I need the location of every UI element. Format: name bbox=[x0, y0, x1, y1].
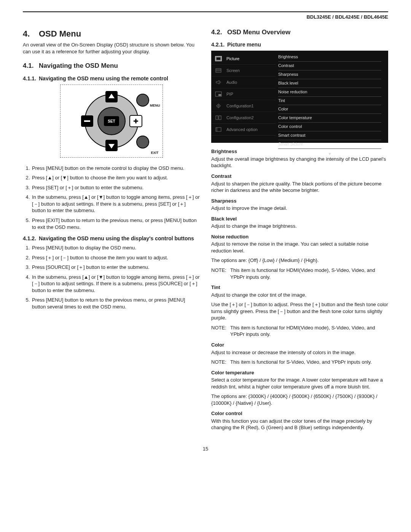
svg-point-24 bbox=[218, 105, 219, 107]
step-item: Press [MENU] button to display the OSD m… bbox=[31, 244, 200, 251]
osd-menu-label: Audio bbox=[226, 80, 237, 85]
heading-number: 4.1.2. bbox=[23, 235, 39, 242]
def-body: Select a color temperature for the image… bbox=[211, 377, 388, 390]
heading-text: OSD Menu bbox=[39, 29, 81, 38]
config2-icon bbox=[214, 114, 223, 121]
screen-icon bbox=[214, 67, 223, 74]
def-options: The options are: {Off} / {Low} / {Medium… bbox=[211, 257, 388, 264]
osd-menu-left: Picture Screen Audio PIP Configuration1 bbox=[211, 51, 276, 143]
note-label: NOTE: bbox=[211, 359, 230, 366]
heading-text: OSD Menu Overview bbox=[227, 29, 290, 36]
advanced-icon bbox=[214, 126, 223, 133]
osd-submenu-item: Color temperature bbox=[278, 114, 381, 123]
right-column: 4.2.OSD Menu Overview 4.2.1.Picture menu… bbox=[211, 24, 388, 434]
osd-menu-item-config1: Configuration1 bbox=[211, 100, 276, 112]
note-row: NOTE: This item is functional for S-Vide… bbox=[211, 359, 388, 366]
def-body: Use the [＋] or [－] button to adjust. Pre… bbox=[211, 301, 388, 321]
section-4-heading: 4.OSD Menu bbox=[23, 28, 200, 40]
note-label: NOTE: bbox=[211, 267, 230, 280]
svg-point-13 bbox=[137, 94, 149, 106]
step-item: Press [MENU] button to return to the pre… bbox=[31, 297, 200, 310]
osd-menu-item-config2: Configuration2 bbox=[211, 112, 276, 124]
osd-menu-item-picture: Picture bbox=[211, 53, 276, 65]
def-title: Tint bbox=[211, 284, 388, 291]
left-column: 4.OSD Menu An overall view of the On-Scr… bbox=[23, 24, 200, 434]
osd-menu-label: Picture bbox=[226, 56, 239, 62]
svg-marker-20 bbox=[216, 80, 219, 84]
heading-number: 4.1. bbox=[23, 62, 39, 70]
picture-icon bbox=[214, 55, 223, 62]
note-row: NOTE: This item is functional for HDMI(V… bbox=[211, 324, 388, 338]
exit-label: EXIT bbox=[151, 150, 158, 155]
osd-submenu-item: Black level bbox=[278, 79, 381, 88]
osd-menu-label: PIP bbox=[226, 91, 233, 97]
svg-rect-22 bbox=[218, 94, 221, 96]
def-title: Black level bbox=[211, 216, 388, 222]
section-4-1-2-heading: 4.1.2.Navigating the OSD menu using the … bbox=[23, 235, 200, 242]
osd-menu-item-screen: Screen bbox=[211, 65, 276, 77]
def-body: With this function you can adjust the co… bbox=[211, 418, 388, 431]
def-body: Adjust to remove the noise in the image.… bbox=[211, 241, 388, 254]
audio-icon bbox=[214, 79, 223, 86]
def-title: Color control bbox=[211, 410, 388, 417]
osd-menu-item-advanced: Advanced option bbox=[211, 124, 276, 136]
def-options: The options are: {3000K} / {4000K} / {50… bbox=[211, 393, 388, 406]
osd-menu-label: Advanced option bbox=[226, 127, 258, 133]
osd-submenu-item: Noise reduction bbox=[278, 88, 381, 97]
def-title: Color bbox=[211, 342, 388, 348]
step-item: Press [MENU] button on the remote contro… bbox=[31, 165, 200, 172]
svg-rect-30 bbox=[219, 116, 221, 120]
svg-rect-7 bbox=[84, 120, 90, 122]
heading-text: Navigating the OSD menu using the displa… bbox=[39, 235, 194, 241]
step-item: Press [▲] or [▼] button to choose the it… bbox=[31, 174, 200, 181]
svg-rect-17 bbox=[216, 69, 221, 72]
def-title: Color temperature bbox=[211, 369, 388, 376]
step-item: In the submenu, press [▲] or [▼] button … bbox=[31, 274, 200, 294]
heading-number: 4.1.1. bbox=[23, 75, 39, 82]
gear-icon bbox=[214, 102, 223, 109]
step-item: Press [＋] or [－] button to choose the it… bbox=[31, 254, 200, 261]
page-number: 15 bbox=[23, 446, 388, 452]
osd-menu-item-audio: Audio bbox=[211, 77, 276, 88]
header-model-ids: BDL3245E / BDL4245E / BDL4645E bbox=[23, 11, 388, 21]
osd-submenu-item: Sharpness bbox=[278, 70, 381, 79]
remote-diagram-container: SET MENU EXIT bbox=[23, 85, 200, 160]
osd-menu-right: Brightness Contrast Sharpness Black leve… bbox=[276, 51, 388, 143]
svg-rect-29 bbox=[216, 116, 218, 120]
heading-text: Navigating the OSD menu using the remote… bbox=[39, 75, 168, 81]
def-title: Contrast bbox=[211, 173, 388, 180]
def-title: Noise reduction bbox=[211, 233, 388, 240]
def-title: Sharpness bbox=[211, 198, 388, 204]
def-body: Adjust the overall image brightness by c… bbox=[211, 156, 388, 169]
step-item: Press [EXIT] button to return to the pre… bbox=[31, 217, 200, 230]
section-4-1-heading: 4.1.Navigating the OSD Menu bbox=[23, 62, 200, 70]
svg-point-14 bbox=[137, 136, 149, 148]
section-4-2-1-heading: 4.2.1.Picture menu bbox=[211, 41, 388, 48]
heading-text: Picture menu bbox=[227, 42, 261, 48]
osd-submenu-item: Tint bbox=[278, 97, 381, 105]
svg-text:SET: SET bbox=[108, 119, 115, 123]
osd-menu-label: Screen bbox=[226, 68, 240, 73]
def-body: Adjust to sharpen the picture quality. T… bbox=[211, 181, 388, 194]
note-text: This item is functional for S-Video, Vid… bbox=[230, 359, 388, 366]
heading-number: 4.2. bbox=[211, 28, 227, 37]
step-item: Press [SOURCE] or [＋] button to enter th… bbox=[31, 264, 200, 271]
def-body: Adjust to increase or decrease the inten… bbox=[211, 349, 388, 356]
osd-screenshot: Picture Screen Audio PIP Configuration1 bbox=[211, 51, 388, 143]
osd-submenu-item: Brightness bbox=[278, 53, 381, 62]
step-item: In the submenu, press [▲] or [▼] button … bbox=[31, 194, 200, 214]
scroll-down-indicator: ▼ bbox=[278, 151, 381, 157]
note-text: This item is functional for HDMI(Video m… bbox=[230, 267, 388, 280]
section-4-2-heading: 4.2.OSD Menu Overview bbox=[211, 28, 388, 37]
heading-text: Navigating the OSD Menu bbox=[39, 62, 118, 69]
svg-rect-16 bbox=[216, 57, 221, 60]
heading-number: 4.2.1. bbox=[211, 41, 227, 48]
osd-menu-label: Configuration2 bbox=[226, 115, 254, 121]
intro-paragraph: An overall view of the On-Screen Display… bbox=[23, 42, 200, 55]
osd-submenu-item: Color bbox=[278, 105, 381, 114]
note-text: This item is functional for HDMI(Video m… bbox=[230, 324, 388, 338]
pip-icon bbox=[214, 91, 223, 97]
osd-submenu-item: Smart picture bbox=[278, 140, 381, 149]
def-body: Adjust to change the color tint of the i… bbox=[211, 292, 388, 299]
note-label: NOTE: bbox=[211, 324, 230, 338]
